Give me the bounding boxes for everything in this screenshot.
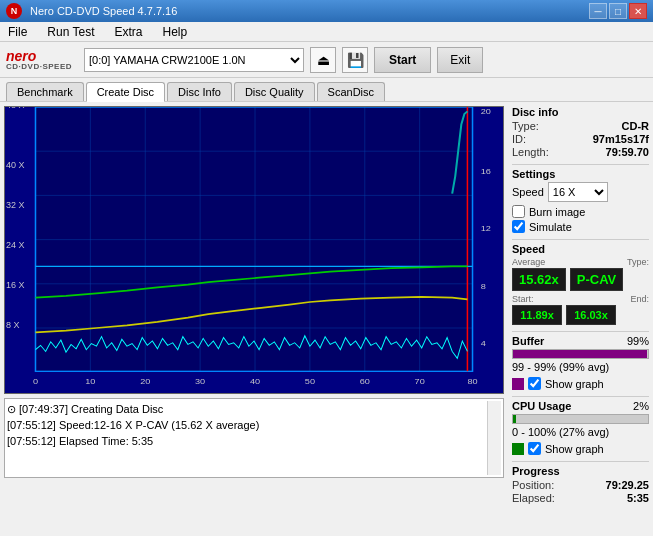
toolbar: nero CD·DVD·SPEED [0:0] YAMAHA CRW2100E … xyxy=(0,42,653,78)
menu-run-test[interactable]: Run Test xyxy=(43,24,98,40)
tab-disc-quality[interactable]: Disc Quality xyxy=(234,82,315,101)
progress-section: Progress Position: 79:29.25 Elapsed: 5:3… xyxy=(512,465,649,504)
simulate-row: Simulate xyxy=(512,220,649,233)
log-area[interactable]: ⊙ [07:49:37] Creating Data Disc [07:55:1… xyxy=(4,398,504,478)
svg-text:0: 0 xyxy=(33,377,38,386)
y-axis-left: 48 X 40 X 32 X 24 X 16 X 8 X xyxy=(5,107,35,373)
buffer-bar xyxy=(512,349,649,359)
buffer-avg-label: 99 - 99% (99% avg) xyxy=(512,361,609,373)
disc-type-row: Type: CD-R xyxy=(512,120,649,132)
chart-area: 48 X 40 X 32 X 24 X 16 X 8 X xyxy=(4,106,504,394)
minimize-button[interactable]: ─ xyxy=(589,3,607,19)
menu-help[interactable]: Help xyxy=(159,24,192,40)
speed-boxes: 15.62x P-CAV xyxy=(512,268,649,291)
svg-text:70: 70 xyxy=(415,377,425,386)
simulate-label: Simulate xyxy=(529,221,572,233)
svg-text:40: 40 xyxy=(250,377,260,386)
cpu-show-graph-checkbox[interactable] xyxy=(528,442,541,455)
log-scrollbar[interactable] xyxy=(487,401,501,475)
start-speed-box: 11.89x xyxy=(512,305,562,325)
tab-disc-info[interactable]: Disc Info xyxy=(167,82,232,101)
close-button[interactable]: ✕ xyxy=(629,3,647,19)
speed-section: Speed Average Type: 15.62x P-CAV Start: … xyxy=(512,243,649,325)
chart-column: 48 X 40 X 32 X 24 X 16 X 8 X xyxy=(0,102,508,482)
svg-text:20: 20 xyxy=(481,107,491,116)
right-panel: Disc info Type: CD-R ID: 97m15s17f Lengt… xyxy=(508,102,653,482)
disc-type-label: Type: xyxy=(512,120,539,132)
save-button[interactable]: 💾 xyxy=(342,47,368,73)
title-bar-controls: ─ □ ✕ xyxy=(589,3,647,19)
tab-create-disc[interactable]: Create Disc xyxy=(86,82,165,102)
progress-position-label: Position: xyxy=(512,479,554,491)
tab-bar: Benchmark Create Disc Disc Info Disc Qua… xyxy=(0,78,653,102)
cpu-avg-row: 0 - 100% (27% avg) xyxy=(512,426,649,438)
end-label: End: xyxy=(630,294,649,304)
log-entry-0: ⊙ [07:49:37] Creating Data Disc xyxy=(7,401,487,417)
start-label: Start: xyxy=(512,294,534,304)
main-content: 48 X 40 X 32 X 24 X 16 X 8 X xyxy=(0,102,653,482)
progress-elapsed-row: Elapsed: 5:35 xyxy=(512,492,649,504)
svg-text:60: 60 xyxy=(360,377,370,386)
buffer-percent: 99% xyxy=(627,335,649,349)
menu-bar: File Run Test Extra Help xyxy=(0,22,653,42)
svg-rect-0 xyxy=(35,107,472,371)
average-speed-box: 15.62x xyxy=(512,268,566,291)
app-icon: N xyxy=(6,3,22,19)
svg-text:4: 4 xyxy=(481,339,486,348)
progress-position-row: Position: 79:29.25 xyxy=(512,479,649,491)
svg-text:10: 10 xyxy=(85,377,95,386)
progress-title: Progress xyxy=(512,465,649,477)
eject-button[interactable]: ⏏ xyxy=(310,47,336,73)
drive-select[interactable]: [0:0] YAMAHA CRW2100E 1.0N xyxy=(84,48,304,72)
progress-elapsed-label: Elapsed: xyxy=(512,492,555,504)
disc-id-value: 97m15s17f xyxy=(593,133,649,145)
avg-label: Average xyxy=(512,257,545,267)
settings-title: Settings xyxy=(512,168,649,180)
log-entry-1: [07:55:12] Speed:12-16 X P-CAV (15.62 X … xyxy=(7,417,487,433)
chart-svg: 20 16 12 8 4 0 10 20 30 40 50 60 70 80 xyxy=(5,107,503,393)
cpu-bar xyxy=(512,414,649,424)
disc-length-row: Length: 79:59.70 xyxy=(512,146,649,158)
speed-select[interactable]: 16 X 8 X 12 X 24 X xyxy=(548,182,608,202)
settings-section: Settings Speed 16 X 8 X 12 X 24 X Burn i… xyxy=(512,168,649,233)
cpu-show-graph-label: Show graph xyxy=(545,443,604,455)
maximize-button[interactable]: □ xyxy=(609,3,627,19)
buffer-show-graph-row: Show graph xyxy=(512,377,649,390)
svg-text:50: 50 xyxy=(305,377,315,386)
nero-logo: nero CD·DVD·SPEED xyxy=(6,49,72,71)
disc-length-label: Length: xyxy=(512,146,549,158)
type-label: Type: xyxy=(627,257,649,267)
buffer-title: Buffer xyxy=(512,335,544,347)
cpu-bar-fill xyxy=(513,415,516,423)
tab-scandisc[interactable]: ScanDisc xyxy=(317,82,385,101)
exit-button[interactable]: Exit xyxy=(437,47,483,73)
svg-text:8: 8 xyxy=(481,282,486,291)
menu-extra[interactable]: Extra xyxy=(110,24,146,40)
svg-text:20: 20 xyxy=(140,377,150,386)
simulate-checkbox[interactable] xyxy=(512,220,525,233)
svg-text:16: 16 xyxy=(481,166,491,175)
title-bar: N Nero CD-DVD Speed 4.7.7.16 ─ □ ✕ xyxy=(0,0,653,22)
disc-id-label: ID: xyxy=(512,133,526,145)
burn-image-label: Burn image xyxy=(529,206,585,218)
svg-text:30: 30 xyxy=(195,377,205,386)
menu-file[interactable]: File xyxy=(4,24,31,40)
speed-label: Speed xyxy=(512,186,544,198)
type-speed-box: P-CAV xyxy=(570,268,623,291)
title-bar-text: Nero CD-DVD Speed 4.7.7.16 xyxy=(30,5,177,17)
log-entry-2: [07:55:12] Elapsed Time: 5:35 xyxy=(7,433,487,449)
disc-type-value: CD-R xyxy=(622,120,650,132)
cpu-percent: 2% xyxy=(633,400,649,414)
buffer-bar-fill xyxy=(513,350,647,358)
buffer-section: Buffer 99% 99 - 99% (99% avg) Show graph xyxy=(512,335,649,390)
progress-position-value: 79:29.25 xyxy=(606,479,649,491)
log-content: ⊙ [07:49:37] Creating Data Disc [07:55:1… xyxy=(7,401,487,475)
start-button[interactable]: Start xyxy=(374,47,431,73)
buffer-show-graph-checkbox[interactable] xyxy=(528,377,541,390)
burn-image-checkbox[interactable] xyxy=(512,205,525,218)
disc-length-value: 79:59.70 xyxy=(606,146,649,158)
tab-benchmark[interactable]: Benchmark xyxy=(6,82,84,101)
cpu-title: CPU Usage xyxy=(512,400,571,412)
cpu-avg-label: 0 - 100% (27% avg) xyxy=(512,426,609,438)
end-speed-box: 16.03x xyxy=(566,305,616,325)
